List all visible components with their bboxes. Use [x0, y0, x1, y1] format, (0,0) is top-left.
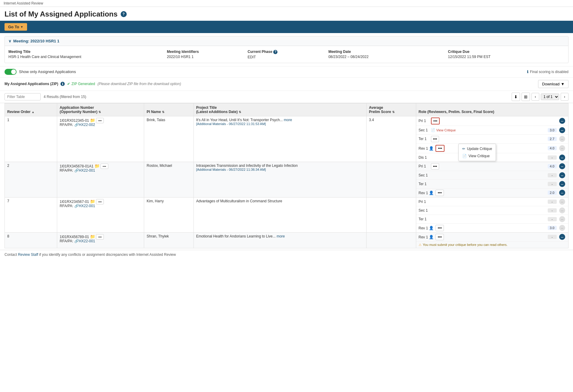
cell-avg-prelim-score [366, 232, 416, 248]
meeting-header[interactable]: ∨ Meeting: 2022/10 HSR1 1 [5, 36, 568, 46]
col-app-number: Application Number(Opportunity Number) ⇅ [57, 103, 144, 116]
role-menu-pri1[interactable]: ••• [431, 163, 439, 170]
update-critique-item[interactable]: ✏ Update Critique [459, 145, 496, 152]
cell-project-title: Intraspecies Transmission and Infectivit… [194, 162, 366, 197]
table-row: 1 1I01RX012345-01 📁 ••• RFA/PA: 🔗HX22-00… [5, 116, 568, 162]
meeting-collapse-icon: ∨ [8, 39, 11, 43]
meeting-title-label: Meeting Title [8, 50, 164, 54]
meeting-phase-value: EDIT [248, 55, 325, 59]
cell-avg-prelim-score [366, 162, 416, 197]
results-count: 4 Results (filtered from 15) [44, 95, 86, 99]
role-row-ter1: Ter 1 - – [416, 180, 568, 188]
goto-button[interactable]: Go To ▼ [5, 23, 27, 31]
rfa-link[interactable]: 🔗HX22-002 [74, 123, 95, 127]
cell-app-number: 1I01RX012345-01 📁 ••• RFA/PA: 🔗HX22-002 [57, 116, 144, 162]
download-button[interactable]: Download ▼ [538, 80, 568, 88]
final-score-btn-sec1[interactable]: – [559, 172, 565, 178]
final-score-btn-ter1[interactable]: – [559, 216, 565, 222]
final-score-btn-pri1[interactable]: – [559, 118, 565, 124]
cell-roles: Pri 1 ••• – Sec 1 📄 View Critique 3 [416, 116, 568, 162]
final-score-btn-rev1[interactable]: – [559, 145, 565, 151]
filter-input[interactable] [5, 93, 41, 100]
final-score-btn-dis1[interactable]: – [559, 155, 565, 161]
role-row-pri1: Pri 1 ••• 4.0 – [416, 162, 568, 171]
app-menu-dots[interactable]: ••• [96, 234, 104, 240]
final-scoring-info: ℹ Final scoring is disabled [527, 70, 568, 74]
app-menu-dots[interactable]: ••• [96, 118, 104, 123]
app-header-text: Internet Assisted Review [4, 1, 43, 5]
final-score-btn-sec1[interactable]: – [559, 207, 565, 213]
footer-link[interactable]: Review Staff [18, 253, 38, 257]
grid-view-icon[interactable]: ⊞ [522, 93, 530, 101]
cell-review-order: 2 [5, 162, 57, 197]
role-menu-rev1[interactable]: ••• [435, 225, 444, 231]
more-link[interactable]: more [277, 234, 285, 238]
meeting-col-date: Meeting Date 08/23/2022 – 08/24/2022 [328, 50, 445, 59]
col-avg-prelim-score: AveragePrelim Score ⇅ [366, 103, 416, 116]
user-icon-rev1: 👤 [429, 226, 434, 230]
role-menu-rev1[interactable]: ••• [435, 145, 444, 152]
role-menu-pri1[interactable]: ••• [431, 118, 440, 124]
view-critique-item[interactable]: 📄 View Critique [459, 152, 496, 160]
role-prelim-rev1: 2.0 [547, 191, 557, 195]
rfa-link[interactable]: 🔗HX22-001 [74, 204, 95, 208]
role-label-rev1: Rev 1 👤 [419, 235, 434, 239]
download-table-icon[interactable]: ⬇ [512, 93, 520, 101]
footer-suffix: if you identify any conflicts or assignm… [38, 253, 176, 257]
user-icon-rev1: 👤 [429, 235, 434, 239]
folder-icon[interactable]: 📁 [90, 199, 95, 204]
folder-icon[interactable]: 📁 [90, 234, 95, 239]
final-score-btn-rev1[interactable]: – [559, 225, 565, 231]
assigned-toggle[interactable] [5, 69, 17, 75]
col-project-title: Project Title(Latest eAdditions Date) ⇅ [194, 103, 366, 116]
meeting-col-critique-due: Critique Due 12/15/2022 11:59 PM EST [448, 50, 565, 59]
page-title: List of My Assigned Applications [5, 10, 118, 18]
warning-text: ⚠ You must submit your critique before y… [419, 243, 566, 247]
role-prelim-pri1: - [547, 200, 557, 204]
final-score-btn-rev1[interactable]: – [559, 234, 565, 240]
table-row: 2 1I01RX345678-01A1 📁 ••• RFA/PA: 🔗HX22-… [5, 162, 568, 197]
role-final-dis1: – [559, 155, 566, 161]
role-row-ter1: Ter 1 ••• 2.7 – [416, 135, 568, 144]
app-menu-dots[interactable]: ••• [96, 199, 104, 204]
additional-materials-link[interactable]: [Additional Materials - 06/27/2022 11:31… [196, 122, 364, 126]
final-score-btn-rev1[interactable]: – [559, 190, 565, 196]
zip-help-icon[interactable]: ℹ [60, 82, 65, 86]
cell-avg-prelim-score [366, 197, 416, 232]
role-actions-pri1: ••• [431, 118, 545, 124]
cell-roles: Pri 1 ••• 4.0 – Sec 1 - – Ter 1 - [416, 162, 568, 197]
additional-materials-link[interactable]: [Additional Materials - 06/27/2022 11:36… [196, 168, 364, 171]
role-label-sec1: Sec 1 [419, 208, 429, 213]
phase-help-icon[interactable]: ? [273, 50, 277, 54]
page-help-icon[interactable]: ? [121, 11, 127, 17]
rfa-link[interactable]: 🔗HX22-001 [74, 168, 95, 173]
view-critique-sec1[interactable]: 📄 View Critique [431, 128, 456, 132]
page-select[interactable]: 1 of 1 [541, 93, 559, 100]
role-menu-rev1[interactable]: ••• [435, 190, 444, 196]
more-link[interactable]: more [284, 118, 292, 122]
final-score-btn-ter1[interactable]: – [559, 136, 565, 142]
app-menu-dots[interactable]: ••• [101, 164, 108, 169]
role-row-rev1: Rev 1 👤 ••• - – [416, 233, 568, 242]
folder-icon[interactable]: 📁 [90, 118, 95, 123]
final-score-btn-pri1[interactable]: – [559, 199, 565, 205]
role-final-pri1: – [559, 199, 566, 205]
pagination-area: ⬇ ⊞ ‹ 1 of 1 › [512, 93, 568, 101]
role-menu-ter1[interactable]: ••• [431, 136, 439, 142]
table-row: 8 1I01RX456789-01 📁 ••• RFA/PA: 🔗HX22-00… [5, 232, 568, 248]
warning-row: ⚠ You must submit your critique before y… [416, 242, 568, 248]
final-score-btn-ter1[interactable]: – [559, 181, 565, 187]
role-menu-rev1[interactable]: ••• [435, 234, 444, 240]
role-prelim-sec1: - [547, 173, 557, 177]
role-row-pri1: Pri 1 - – [416, 198, 568, 206]
folder-icon[interactable]: 📁 [94, 164, 100, 168]
final-score-btn-sec1[interactable]: – [559, 127, 565, 133]
zip-label: My Assigned Applications (ZIP) [5, 82, 58, 86]
info-icon: ℹ [527, 70, 528, 74]
cell-app-number: 1I01RX456789-01 📁 ••• RFA/PA: 🔗HX22-001 [57, 232, 144, 248]
rfa-link[interactable]: 🔗HX22-001 [74, 239, 95, 243]
meeting-col-title: Meeting Title HSR-1 Health Care and Clin… [8, 50, 164, 59]
prev-page-button[interactable]: ‹ [531, 93, 539, 101]
next-page-button[interactable]: › [561, 93, 568, 101]
final-score-btn-pri1[interactable]: – [559, 163, 565, 169]
